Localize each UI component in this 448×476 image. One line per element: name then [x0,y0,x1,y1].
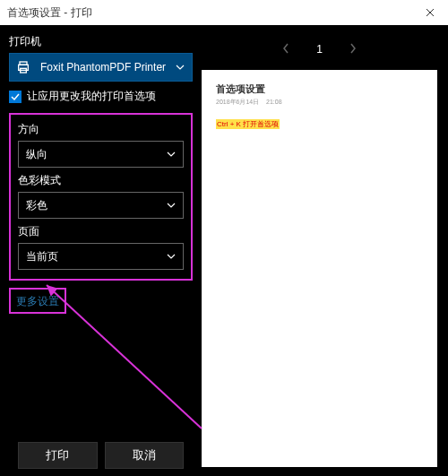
chevron-left-icon [282,43,289,54]
doc-meta: 2018年6月14日 21:08 [216,98,423,107]
color-mode-select[interactable]: 彩色 [18,192,184,219]
settings-panel: 打印机 Foxit PhantomPDF Printer 让应用更改我的打印首选… [0,25,202,476]
chevron-down-icon [167,201,176,210]
pages-value: 当前页 [26,249,58,264]
page-current: 1 [316,43,323,56]
allow-app-change-label: 让应用更改我的打印首选项 [27,89,156,104]
titlebar: 首选项设置 - 打印 [0,0,448,25]
chevron-down-icon [167,150,176,159]
doc-body: Ctrl + K 打开首选项 [216,119,423,129]
chevron-right-icon [349,43,357,54]
doc-date: 2018年6月14日 [216,99,259,105]
pages-label: 页面 [18,224,184,239]
orientation-value: 纵向 [26,147,47,162]
color-mode-label: 色彩模式 [18,173,184,188]
close-icon [426,8,435,17]
close-button[interactable] [412,0,448,25]
action-buttons: 打印 取消 [9,442,193,476]
printer-name: Foxit PhantomPDF Printer [37,54,168,81]
printer-chevron[interactable] [168,54,192,81]
more-settings-link[interactable]: 更多设置 [16,295,59,307]
preview-panel: 1 首选项设置 2018年6月14日 21:08 Ctrl + K 打开首选项 [202,25,448,476]
check-icon [11,92,20,101]
orientation-label: 方向 [18,122,184,137]
printer-select[interactable]: Foxit PhantomPDF Printer [9,53,193,82]
print-button[interactable]: 打印 [18,442,98,469]
page-navigator: 1 [202,34,437,65]
print-preview-page: 首选项设置 2018年6月14日 21:08 Ctrl + K 打开首选项 [202,70,437,467]
doc-time: 21:08 [266,99,282,105]
chevron-down-icon [176,63,185,72]
chevron-down-icon [167,252,176,261]
checkbox-checked[interactable] [9,91,22,103]
cancel-button[interactable]: 取消 [105,442,185,469]
pages-select[interactable]: 当前页 [18,243,184,270]
window-title: 首选项设置 - 打印 [7,5,92,21]
orientation-select[interactable]: 纵向 [18,141,184,168]
doc-title: 首选项设置 [216,82,423,96]
next-page-button[interactable] [349,41,357,57]
printer-icon [10,54,37,81]
printer-label: 打印机 [9,34,193,49]
doc-highlight: Ctrl + K 打开首选项 [216,119,280,129]
prev-page-button[interactable] [282,41,289,57]
allow-app-change-row[interactable]: 让应用更改我的打印首选项 [9,89,193,104]
highlight-group: 方向 纵向 色彩模式 彩色 页面 当前页 [9,113,193,281]
color-mode-value: 彩色 [26,198,47,213]
more-settings-wrap: 更多设置 [9,288,193,314]
